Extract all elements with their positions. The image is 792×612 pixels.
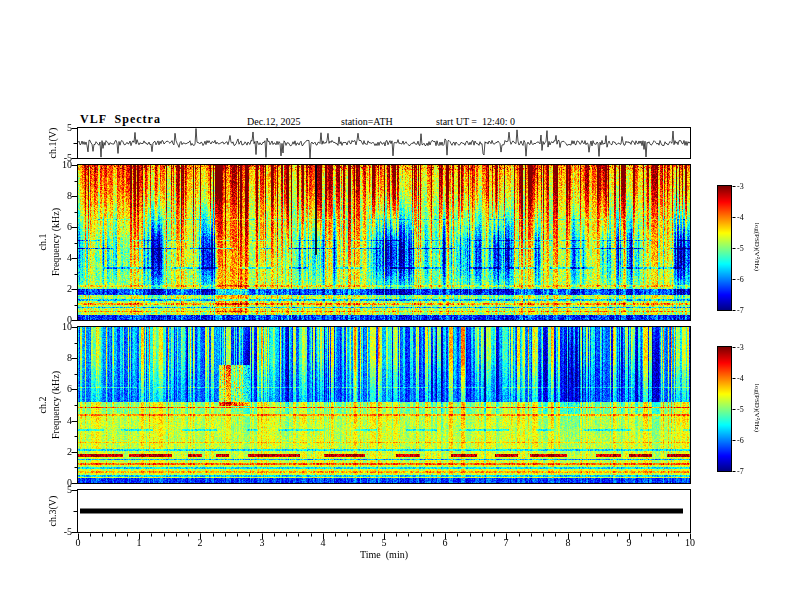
- colorbar-tick-label: -5: [737, 244, 744, 253]
- y-tick-label: 2: [46, 446, 72, 458]
- ch1-waveform-canvas: [77, 127, 691, 159]
- y-tick-label: 4: [46, 415, 72, 427]
- colorbar-axis-label: log(PSD)(V²/Hz): [753, 384, 761, 432]
- y-tick-label: 6: [46, 383, 72, 395]
- x-tick-label: 4: [311, 537, 335, 548]
- ch3-voltage-axis-label: ch.3(V): [47, 496, 58, 527]
- colorbar-tick-label: -5: [737, 405, 744, 414]
- colorbar-axis-label: log(PSD)(V²/Hz): [753, 223, 761, 271]
- y-tick-label: 5: [46, 484, 72, 496]
- y-tick-label: 8: [46, 352, 72, 364]
- vlf-spectra-chart: VLF Spectra Dec.12, 2025 station=ATH sta…: [0, 0, 792, 612]
- ch2-frequency-axis-label: Frequency (kHz): [50, 371, 61, 439]
- plot-title: VLF Spectra: [80, 112, 161, 127]
- x-tick-label: 1: [127, 537, 151, 548]
- plot-date: Dec.12, 2025: [247, 116, 301, 127]
- ch1-spectrogram-canvas: [77, 164, 691, 321]
- y-tick-label: 5: [46, 122, 72, 134]
- ch2-channel-label: ch.2: [37, 397, 48, 414]
- plot-station: station=ATH: [341, 116, 393, 127]
- plot-start-ut: start UT = 12:40: 0: [436, 116, 515, 127]
- y-tick-label: 2: [46, 283, 72, 295]
- y-tick-label: 8: [46, 190, 72, 202]
- y-tick-label: 10: [46, 159, 72, 171]
- colorbar-ch1: [717, 185, 732, 311]
- colorbar-tick-label: -4: [737, 213, 744, 222]
- colorbar-tick-label: -7: [737, 306, 744, 315]
- x-tick-label: 9: [617, 537, 641, 548]
- x-tick-label: 7: [494, 537, 518, 548]
- ch3-waveform-canvas: [77, 489, 691, 533]
- colorbar-tick-label: -7: [737, 467, 744, 476]
- x-tick-label: 3: [250, 537, 274, 548]
- x-tick-label: 10: [678, 537, 702, 548]
- colorbar-tick-label: -3: [737, 182, 744, 191]
- y-tick-label: 10: [46, 321, 72, 333]
- ch1-channel-label: ch.1: [37, 234, 48, 251]
- colorbar-ch2: [717, 346, 732, 472]
- colorbar-tick-label: -6: [737, 436, 744, 445]
- colorbar-tick-label: -6: [737, 275, 744, 284]
- x-tick-label: 0: [66, 537, 90, 548]
- x-tick-label: 8: [556, 537, 580, 548]
- x-tick-label: 5: [372, 537, 396, 548]
- x-tick-label: 2: [188, 537, 212, 548]
- colorbar-tick-label: -3: [737, 343, 744, 352]
- x-axis-label: Time (min): [360, 549, 408, 560]
- x-tick-label: 6: [433, 537, 457, 548]
- ch2-spectrogram-canvas: [77, 326, 691, 484]
- y-tick-label: 6: [46, 221, 72, 233]
- colorbar-tick-label: -4: [737, 374, 744, 383]
- y-tick-label: 4: [46, 252, 72, 264]
- ch1-frequency-axis-label: Frequency (kHz): [50, 208, 61, 276]
